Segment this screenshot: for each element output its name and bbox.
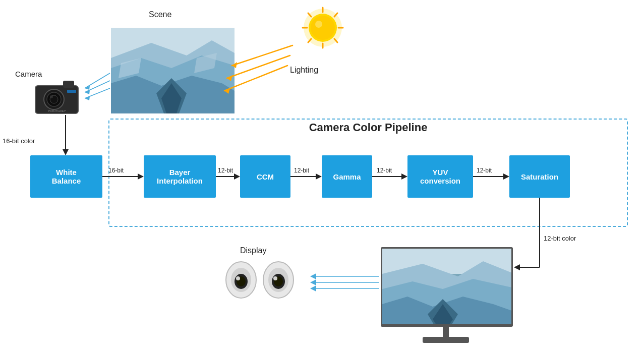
- svg-line-36: [85, 81, 110, 92]
- svg-point-31: [50, 95, 53, 98]
- monitor-stand-neck: [443, 325, 449, 338]
- monitor-screen: [381, 247, 513, 325]
- svg-marker-82: [310, 285, 316, 292]
- 12bit-color-label: 12-bit color: [544, 235, 576, 242]
- scene-image: [111, 28, 235, 113]
- monitor-stand-base: [423, 337, 469, 343]
- svg-line-21: [227, 55, 290, 78]
- viewer-eyes: [222, 260, 303, 300]
- 16bit-color-label: 16-bit color: [3, 137, 35, 145]
- svg-text:POINTGREY: POINTGREY: [48, 109, 66, 112]
- svg-marker-40: [85, 96, 90, 100]
- yuv-block: YUVconversion: [407, 155, 473, 198]
- svg-marker-42: [63, 149, 69, 155]
- svg-rect-32: [63, 81, 74, 88]
- svg-marker-81: [310, 279, 316, 285]
- display-label: Display: [240, 246, 266, 255]
- lighting-label: Lighting: [290, 66, 318, 75]
- svg-line-37: [85, 88, 110, 98]
- sun-icon: [292, 5, 348, 61]
- svg-marker-38: [85, 86, 90, 90]
- svg-point-10: [311, 16, 335, 40]
- svg-point-76: [273, 276, 277, 280]
- camera-icon: POINTGREY: [33, 76, 83, 116]
- gamma-block: Gamma: [322, 155, 372, 198]
- svg-line-20: [232, 45, 292, 66]
- saturation-block: Saturation: [509, 155, 570, 198]
- svg-point-71: [236, 276, 240, 280]
- svg-marker-39: [85, 90, 90, 94]
- white-balance-block: White Balance: [30, 155, 102, 198]
- scene-label: Scene: [149, 10, 171, 19]
- svg-line-35: [85, 73, 110, 88]
- svg-rect-33: [67, 90, 76, 93]
- svg-marker-80: [310, 273, 316, 279]
- bayer-block: BayerInterpolation: [144, 155, 216, 198]
- diagram: Scene: [0, 0, 644, 349]
- pipeline-title: Camera Color Pipeline: [108, 121, 628, 134]
- ccm-block: CCM: [240, 155, 290, 198]
- svg-point-11: [315, 21, 322, 28]
- svg-marker-60: [514, 264, 520, 270]
